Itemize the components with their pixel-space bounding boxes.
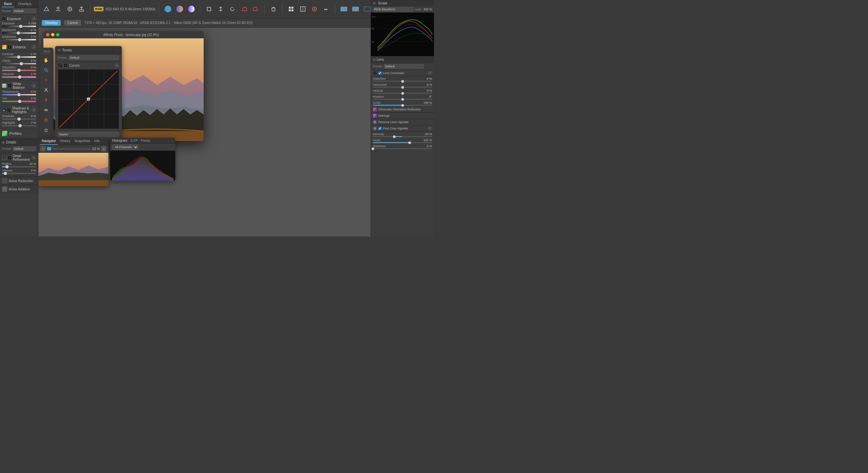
toolbar-perspective-btn[interactable] xyxy=(239,4,249,14)
radius-thumb[interactable] xyxy=(5,165,9,168)
cancel-button[interactable]: Cancel xyxy=(64,20,81,26)
develop-button[interactable]: Develop xyxy=(42,20,61,26)
distortion-thumb[interactable] xyxy=(401,80,404,83)
eraser-tool-btn[interactable] xyxy=(41,105,51,115)
shadows-thumb[interactable] xyxy=(18,117,21,121)
redeye-tool-btn[interactable] xyxy=(41,75,51,85)
amount-track[interactable] xyxy=(2,173,36,174)
toolbar-grid1-btn[interactable] xyxy=(286,4,297,14)
toolbar-person-icon-btn[interactable] xyxy=(53,4,63,14)
enhance-reset[interactable]: ↺ xyxy=(31,45,36,49)
histogram-channel-select[interactable]: All Channels Red Green Blue xyxy=(112,144,138,150)
blackpoint-track[interactable] xyxy=(2,32,36,34)
tab-basic[interactable]: Basic xyxy=(2,1,14,7)
vertical-track[interactable] xyxy=(373,93,432,94)
toolbar-delete-btn[interactable] xyxy=(268,4,279,14)
wb-reset[interactable]: ↺ xyxy=(31,83,36,88)
brightness-thumb[interactable] xyxy=(18,38,21,41)
details-collapse-btn[interactable] xyxy=(2,141,5,144)
noise-addition-row[interactable]: Noise Addition xyxy=(0,185,38,193)
toolbar-crop-btn[interactable] xyxy=(204,4,214,14)
tones-collapse-btn[interactable] xyxy=(58,49,60,52)
scale-track[interactable] xyxy=(373,105,432,106)
toolbar-compare1-btn[interactable] xyxy=(339,4,349,14)
saturation-track[interactable] xyxy=(2,70,36,71)
shadows-track[interactable] xyxy=(2,119,36,120)
tab-overlays[interactable]: Overlays xyxy=(16,1,33,7)
distortion-track[interactable] xyxy=(373,81,432,82)
scale2-track[interactable] xyxy=(373,142,432,143)
exposure-checkbox[interactable]: ✓ xyxy=(2,17,6,21)
detail-reset[interactable]: ↺ xyxy=(31,156,36,160)
tint-track[interactable] xyxy=(2,101,36,102)
exposure-reset[interactable]: ↺ xyxy=(31,16,36,21)
amount-thumb[interactable] xyxy=(4,172,7,175)
sh-reset[interactable]: ↺ xyxy=(31,108,36,112)
intensity-thumb[interactable] xyxy=(393,135,396,138)
scale-thumb[interactable] xyxy=(401,104,404,107)
curves-canvas[interactable] xyxy=(58,69,119,129)
enhance-checkbox[interactable]: ✓ xyxy=(8,45,12,49)
temp-thumb[interactable] xyxy=(18,93,21,96)
nav-tab-history[interactable]: History xyxy=(58,138,72,145)
nav-tab-info[interactable]: Info xyxy=(92,138,102,145)
vibrance-track[interactable] xyxy=(2,76,36,78)
hand-tool-btn[interactable]: ✋ xyxy=(41,55,51,65)
toolbar-rotate-btn[interactable] xyxy=(227,4,238,14)
post-vignette-checkbox[interactable] xyxy=(378,127,381,130)
blackpoint-thumb[interactable] xyxy=(17,31,20,35)
zoom-out-btn[interactable]: − xyxy=(40,146,46,151)
intensity-track[interactable] xyxy=(373,136,432,137)
scope-type-select[interactable]: RGB Waveform Histogram Vectorscope xyxy=(373,7,414,12)
detail-checkbox[interactable]: ✓ xyxy=(8,156,12,160)
post-vignette-reset[interactable]: ↺ xyxy=(428,127,432,130)
lens-collapse-btn[interactable] xyxy=(373,58,376,61)
toolbar-color2-btn[interactable] xyxy=(174,4,185,14)
lens-correction-checkbox[interactable] xyxy=(378,71,381,75)
horizontal-thumb[interactable] xyxy=(401,86,404,89)
paint-tool-btn[interactable] xyxy=(41,95,51,105)
toolbar-color3-btn[interactable] xyxy=(186,4,197,14)
histogram-options-btn[interactable]: ⋮⋮ xyxy=(167,139,173,142)
nav-tab-snapshots[interactable]: Snapshots xyxy=(72,138,92,145)
scope-collapse-btn[interactable] xyxy=(373,2,376,5)
exposure-track[interactable] xyxy=(2,26,36,27)
healing-tool-btn[interactable] xyxy=(41,86,51,95)
sh-checkbox[interactable]: ✓ xyxy=(7,108,11,112)
highlights-track[interactable] xyxy=(2,125,36,127)
maximize-button[interactable] xyxy=(56,33,59,36)
preset-select[interactable]: Default xyxy=(13,9,36,13)
curves-reset[interactable]: ↺ xyxy=(115,63,119,68)
noise-reduction-row[interactable]: Noise Reduction xyxy=(0,177,38,185)
tones-preset-select[interactable]: Default xyxy=(69,55,119,60)
clarity-thumb[interactable] xyxy=(20,62,23,65)
highlights-thumb[interactable] xyxy=(18,124,22,127)
zoom-in-btn[interactable]: + xyxy=(101,146,106,151)
histogram-tab-exif[interactable]: EXIF xyxy=(131,139,138,142)
channel-select[interactable]: Master Red Green Blue xyxy=(58,132,119,137)
radius-track[interactable] xyxy=(2,166,36,167)
profiles-row[interactable]: Profiles xyxy=(0,129,38,138)
toolbar-develop-icon-btn[interactable] xyxy=(41,4,52,14)
horizontal-track[interactable] xyxy=(373,87,432,88)
tint-thumb[interactable] xyxy=(18,100,21,103)
toolbar-grid2-btn[interactable] xyxy=(298,4,308,14)
nav-tab-navigator[interactable]: Navigator xyxy=(40,138,58,145)
contrast-track[interactable] xyxy=(2,56,36,58)
scale2-thumb[interactable] xyxy=(408,141,411,144)
hardness-track[interactable] xyxy=(373,148,432,149)
toolbar-grid3-btn[interactable] xyxy=(309,4,320,14)
histogram-tab-focus[interactable]: Focus xyxy=(141,139,150,142)
curves-checkbox[interactable]: ✓ xyxy=(64,63,68,67)
toolbar-color1-btn[interactable] xyxy=(163,4,173,14)
toolbar-share-icon-btn[interactable] xyxy=(76,4,87,14)
hardness-thumb[interactable] xyxy=(372,147,374,150)
temp-track[interactable] xyxy=(2,94,36,95)
toolbar-grid-icon-btn[interactable] xyxy=(64,4,75,14)
lens-preset-select[interactable]: Default xyxy=(384,64,424,69)
rotation-track[interactable] xyxy=(373,99,432,100)
dodge-tool-btn[interactable] xyxy=(41,115,51,125)
exposure-thumb[interactable] xyxy=(19,25,22,28)
rotation-thumb[interactable] xyxy=(401,98,404,101)
toolbar-zoom-expand-btn[interactable]: ▸▸ xyxy=(321,4,332,14)
